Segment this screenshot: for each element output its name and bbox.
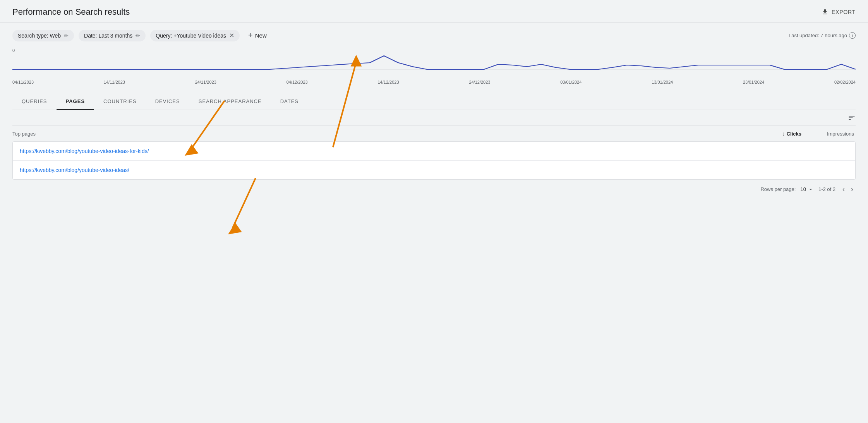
export-button[interactable]: EXPORT [822,9,856,15]
table-body: https://kwebby.com/blog/youtube-video-id… [12,141,856,180]
edit-icon-search-type[interactable]: ✏ [64,33,69,39]
col-header-impressions: Impressions [801,131,856,137]
table-row: https://kwebby.com/blog/youtube-video-id… [13,142,855,161]
filter-chip-search-type[interactable]: Search type: Web ✏ [12,30,74,41]
sort-arrow-down-icon: ↓ [782,131,785,137]
chip-label-search-type: Search type: Web [18,33,61,39]
tabs-row: QUERIES PAGES COUNTRIES DEVICES SEARCH A… [12,94,856,110]
chip-label-date: Date: Last 3 months [84,33,132,39]
tab-countries[interactable]: COUNTRIES [94,94,146,110]
new-filter-button[interactable]: + New [244,28,271,43]
pagination-range: 1-2 of 2 [818,186,835,192]
col-header-clicks: ↓ Clicks [747,131,801,137]
tab-devices[interactable]: DEVICES [146,94,189,110]
chart-svg [12,48,856,71]
rows-per-page-select[interactable]: 10 [800,186,813,193]
page-container: Performance on Search results EXPORT Sea… [0,0,868,423]
filter-columns-icon [848,114,856,122]
tab-search-appearance[interactable]: SEARCH APPEARANCE [189,94,271,110]
export-icon [822,9,829,15]
pagination-row: Rows per page: 10 1-2 of 2 ‹ › [12,180,856,199]
dropdown-arrow-icon [808,186,814,193]
col-header-page: Top pages [12,131,747,137]
table-row: https://kwebby.com/blog/youtube-video-id… [13,161,855,179]
tab-dates[interactable]: DATES [271,94,308,110]
info-icon[interactable]: i [849,32,856,39]
next-page-button[interactable]: › [849,184,856,194]
chart-section: 0 04/11/2023 14/11/2023 24/11/2023 04/12… [0,48,868,84]
pagination-nav: ‹ › [840,184,856,194]
tab-queries[interactable]: QUERIES [12,94,57,110]
filter-chip-query[interactable]: Query: +Youtube Video ideas ✕ [150,30,240,41]
row-url-2[interactable]: https://kwebby.com/blog/youtube-video-id… [20,167,740,173]
table-header: Top pages ↓ Clicks Impressions [12,126,856,141]
edit-icon-date[interactable]: ✏ [136,33,140,39]
filters-bar: Search type: Web ✏ Date: Last 3 months ✏… [0,23,868,48]
filter-row [0,110,868,126]
row-url-1[interactable]: https://kwebby.com/blog/youtube-video-id… [20,148,740,154]
chip-label-query: Query: +Youtube Video ideas [156,33,226,39]
tabs-section: QUERIES PAGES COUNTRIES DEVICES SEARCH A… [0,94,868,110]
chart-y-label-left: 0 [12,48,15,53]
prev-page-button[interactable]: ‹ [840,184,847,194]
new-label: New [255,32,267,39]
rows-per-page-label: Rows per page: [760,186,796,192]
filter-chip-date[interactable]: Date: Last 3 months ✏ [79,30,146,41]
chart-container: 0 [12,48,856,79]
close-icon-query[interactable]: ✕ [229,33,234,39]
table-section: Top pages ↓ Clicks Impressions https://k… [0,126,868,206]
page-title: Performance on Search results [12,7,130,17]
last-updated: Last updated: 7 hours ago i [789,32,856,39]
tab-pages[interactable]: PAGES [57,94,94,110]
chart-x-labels: 04/11/2023 14/11/2023 24/11/2023 04/12/2… [12,80,856,84]
filter-columns-button[interactable] [848,114,856,122]
header-bar: Performance on Search results EXPORT [0,0,868,22]
svg-marker-6 [229,224,241,234]
plus-icon: + [248,31,253,40]
